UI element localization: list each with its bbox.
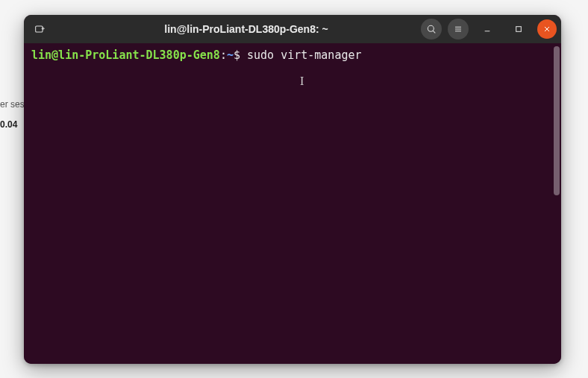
minimize-button[interactable] [475,19,500,40]
search-button[interactable] [421,19,442,40]
prompt-separator: : [220,48,227,62]
minimize-icon [481,23,493,35]
prompt-symbol: $ [234,48,240,62]
close-icon [542,25,551,34]
svg-line-4 [433,31,435,33]
new-tab-icon [34,23,46,35]
titlebar: lin@lin-ProLiant-DL380p-Gen8: ~ [24,15,561,43]
maximize-button[interactable] [506,19,531,40]
terminal-command: sudo virt-manager [247,48,362,62]
close-button[interactable] [537,19,557,39]
scrollbar-thumb[interactable] [554,46,560,195]
background-text-fragment: er ses [0,99,25,110]
menu-icon [452,23,464,35]
terminal-body[interactable]: lin@lin-ProLiant-DL380p-Gen8:~$ sudo vir… [24,43,561,364]
background-text-fragment: 0.04 [0,119,17,130]
hamburger-menu-button[interactable] [448,19,469,40]
svg-rect-9 [516,27,522,32]
prompt-user-host: lin@lin-ProLiant-DL380p-Gen8 [31,48,220,62]
svg-rect-0 [36,26,43,32]
text-cursor-icon: I [300,73,306,86]
prompt-path: ~ [227,48,234,62]
svg-point-3 [428,25,434,31]
new-tab-button[interactable] [27,19,52,40]
terminal-window: lin@lin-ProLiant-DL380p-Gen8: ~ [24,15,561,364]
prompt-space [240,48,247,62]
window-title: lin@lin-ProLiant-DL380p-Gen8: ~ [76,23,416,35]
maximize-icon [513,23,525,35]
search-icon [425,23,437,35]
terminal-line: lin@lin-ProLiant-DL380p-Gen8:~$ sudo vir… [31,48,554,63]
